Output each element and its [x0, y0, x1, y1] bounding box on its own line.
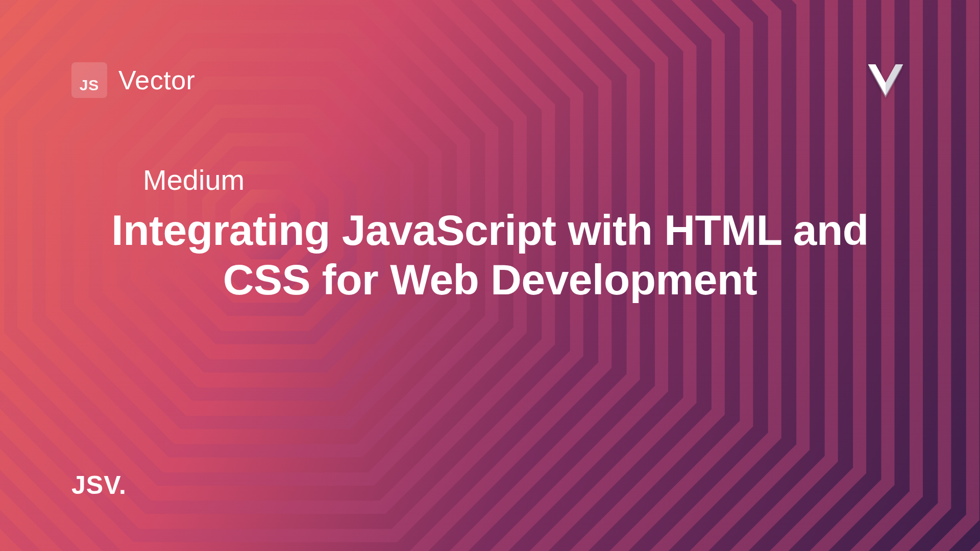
js-badge-text: JS	[80, 77, 100, 94]
brand-logo: JS Vector	[71, 62, 195, 98]
js-badge-icon: JS	[71, 62, 107, 98]
content-block: Medium Integrating JavaScript with HTML …	[71, 163, 909, 305]
footer-brand: JSV.	[71, 470, 127, 500]
hero-title: Integrating JavaScript with HTML and CSS…	[71, 206, 909, 305]
brand-name: Vector	[118, 65, 195, 95]
header: JS Vector	[71, 56, 909, 104]
footer: JSV.	[71, 470, 127, 500]
hero-card: JS Vector Medium Integrating JavaScript …	[0, 0, 980, 551]
difficulty-label: Medium	[71, 163, 909, 196]
v-mark-icon	[863, 56, 909, 104]
